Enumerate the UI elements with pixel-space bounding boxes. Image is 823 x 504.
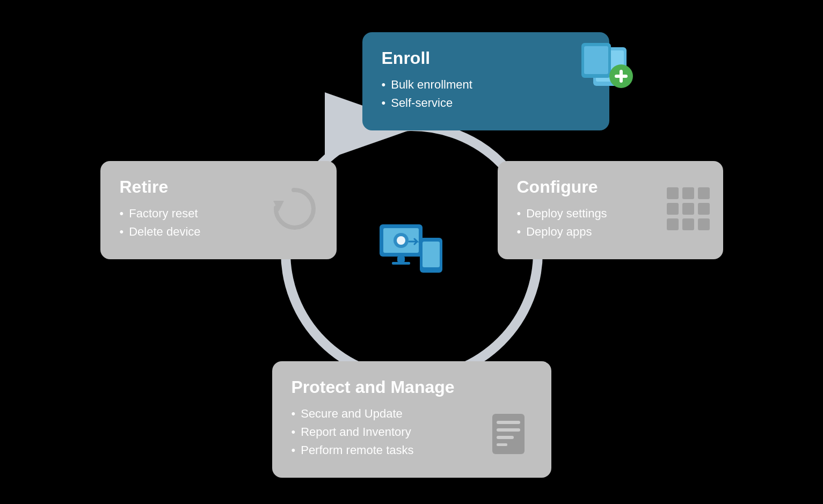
enroll-item-2: Self-service [382, 96, 590, 110]
svg-point-32 [429, 269, 433, 272]
retire-card: Retire Factory reset Delete device [100, 161, 337, 259]
svg-rect-20 [497, 421, 520, 424]
svg-rect-19 [492, 414, 525, 454]
svg-point-29 [397, 236, 405, 245]
refresh-icon [267, 182, 321, 238]
grid-icon [664, 185, 712, 235]
svg-rect-8 [615, 75, 628, 78]
svg-rect-17 [682, 218, 694, 230]
diagram-container: Enroll Bulk enrollment Self-service Reti… [90, 16, 734, 488]
enroll-title: Enroll [382, 48, 590, 68]
enroll-card: Enroll Bulk enrollment Self-service [362, 32, 609, 130]
svg-rect-31 [423, 242, 440, 267]
enroll-devices-icon [577, 38, 636, 93]
svg-rect-18 [698, 218, 710, 230]
enroll-item-1: Bulk enrollment [382, 78, 590, 92]
configure-card: Configure Deploy settings Deploy apps [498, 161, 723, 259]
protect-card: Protect and Manage Secure and Update Rep… [272, 361, 551, 478]
svg-rect-21 [497, 428, 520, 432]
svg-rect-16 [667, 218, 679, 230]
svg-rect-10 [667, 187, 679, 199]
svg-rect-11 [682, 187, 694, 199]
center-mdm-icon [377, 219, 447, 286]
document-list-icon [487, 411, 535, 462]
svg-rect-12 [698, 187, 710, 199]
enroll-list: Bulk enrollment Self-service [382, 78, 590, 110]
svg-rect-15 [698, 203, 710, 215]
protect-title: Protect and Manage [292, 377, 532, 397]
svg-rect-27 [392, 262, 410, 265]
svg-rect-14 [682, 203, 694, 215]
svg-rect-26 [397, 257, 405, 262]
svg-rect-5 [584, 46, 608, 74]
svg-rect-13 [667, 203, 679, 215]
svg-rect-23 [497, 443, 507, 446]
svg-rect-22 [497, 436, 514, 439]
